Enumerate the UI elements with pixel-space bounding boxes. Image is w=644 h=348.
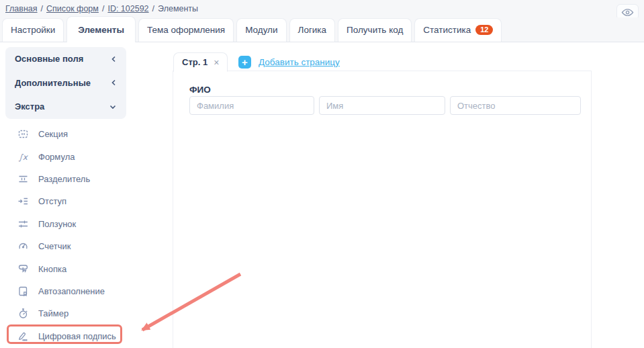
sidebar-item-label: Цифровая подпись — [38, 331, 116, 341]
sidebar-item-label: Разделитель — [38, 174, 90, 184]
close-icon[interactable]: × — [214, 58, 219, 67]
sidebar-item-spacing[interactable]: Отступ — [5, 190, 126, 212]
tab-elements[interactable]: Элементы — [66, 16, 136, 42]
tab-label: Тема оформления — [147, 25, 225, 35]
tab-label: Модули — [245, 25, 277, 35]
sidebar-item-button[interactable]: Кнопка — [5, 257, 126, 279]
breadcrumb: Главная / Список форм / ID: 102592 / Эле… — [5, 0, 198, 17]
page-tab-1[interactable]: Стр. 1 × — [173, 52, 228, 72]
chevron-down-icon — [109, 103, 117, 110]
add-page-button[interactable]: + Добавить страницу — [238, 56, 340, 69]
tab-statistics[interactable]: Статистика 12 — [414, 18, 502, 42]
sidebar-item-digital-signature[interactable]: Цифровая подпись — [5, 325, 126, 347]
divider-icon — [17, 173, 29, 185]
tab-label: Настройки — [11, 25, 55, 35]
sidebar-item-label: Ползунок — [38, 219, 76, 229]
category-label: Дополнительные — [15, 78, 91, 88]
breadcrumb-link-form-id[interactable]: ID: 102592 — [107, 4, 148, 13]
signature-icon — [17, 331, 29, 342]
tab-theme[interactable]: Тема оформления — [138, 18, 234, 42]
sidebar-item-label: Автозаполнение — [38, 286, 105, 296]
add-page-label: Добавить страницу — [259, 57, 340, 67]
timer-icon — [17, 308, 29, 319]
sidebar-item-label: Формула — [38, 152, 75, 162]
tab-settings[interactable]: Настройки — [2, 18, 64, 42]
tab-label: Элементы — [78, 25, 124, 35]
sidebar-item-divider[interactable]: Разделитель — [5, 168, 126, 190]
indent-icon — [17, 195, 29, 207]
autofill-icon — [17, 286, 29, 297]
chevron-left-icon — [110, 55, 117, 63]
lastname-input[interactable] — [189, 96, 314, 115]
breadcrumb-link-home[interactable]: Главная — [5, 4, 38, 13]
sidebar-item-timer[interactable]: Таймер — [5, 302, 126, 324]
sidebar-item-label: Счетчик — [38, 241, 71, 251]
sidebar-elements-list: Секция ∫x Формула Разделитель Отступ Пол… — [5, 123, 126, 347]
sidebar-categories: Основные поля Дополнительные Экстра — [5, 47, 126, 119]
tab-get-code[interactable]: Получить код — [338, 18, 412, 42]
sidebar-category-extra[interactable]: Экстра — [5, 95, 126, 119]
topbar: Главная / Список форм / ID: 102592 / Эле… — [0, 0, 644, 17]
fio-field-group — [189, 96, 581, 115]
sidebar-item-slider[interactable]: Ползунок — [5, 213, 126, 235]
breadcrumb-separator: / — [152, 4, 154, 13]
breadcrumb-separator: / — [102, 4, 104, 13]
tab-logic[interactable]: Логика — [289, 18, 336, 42]
svg-text:∫x: ∫x — [18, 152, 28, 161]
chevron-left-icon — [110, 79, 117, 87]
breadcrumb-link-forms-list[interactable]: Список форм — [46, 4, 99, 13]
statistics-badge: 12 — [475, 25, 493, 35]
sidebar-category-additional[interactable]: Дополнительные — [5, 71, 126, 95]
sidebar-item-label: Секция — [38, 129, 68, 139]
sidebar-item-label: Отступ — [38, 196, 66, 206]
tab-label: Логика — [298, 25, 327, 35]
sidebar-item-label: Таймер — [38, 308, 68, 318]
tab-modules[interactable]: Модули — [236, 18, 286, 42]
sidebar-item-formula[interactable]: ∫x Формула — [5, 145, 126, 167]
field-group-label: ФИО — [189, 85, 211, 95]
page-tab-label: Стр. 1 — [182, 57, 208, 67]
sidebar-item-autofill[interactable]: Автозаполнение — [5, 280, 126, 302]
slider-icon — [17, 218, 29, 230]
sidebar-item-section[interactable]: Секция — [5, 123, 126, 145]
middlename-input[interactable] — [450, 96, 581, 115]
sidebar-item-counter[interactable]: Счетчик — [5, 235, 126, 257]
category-label: Экстра — [15, 101, 44, 112]
formula-icon: ∫x — [17, 151, 29, 163]
breadcrumb-current: Элементы — [158, 4, 198, 13]
main-tabs: Настройки Элементы Тема оформления Модул… — [0, 17, 644, 42]
tab-label: Получить код — [347, 25, 403, 35]
category-label: Основные поля — [15, 54, 83, 64]
eye-icon — [621, 8, 634, 17]
sidebar-item-label: Кнопка — [38, 264, 66, 274]
section-icon — [17, 128, 29, 140]
sidebar-category-basic-fields[interactable]: Основные поля — [5, 47, 126, 71]
breadcrumb-separator: / — [41, 4, 43, 13]
tab-label: Статистика — [423, 25, 471, 35]
counter-icon — [17, 241, 29, 252]
button-icon — [17, 263, 29, 275]
firstname-input[interactable] — [319, 96, 445, 115]
plus-icon: + — [238, 56, 251, 69]
